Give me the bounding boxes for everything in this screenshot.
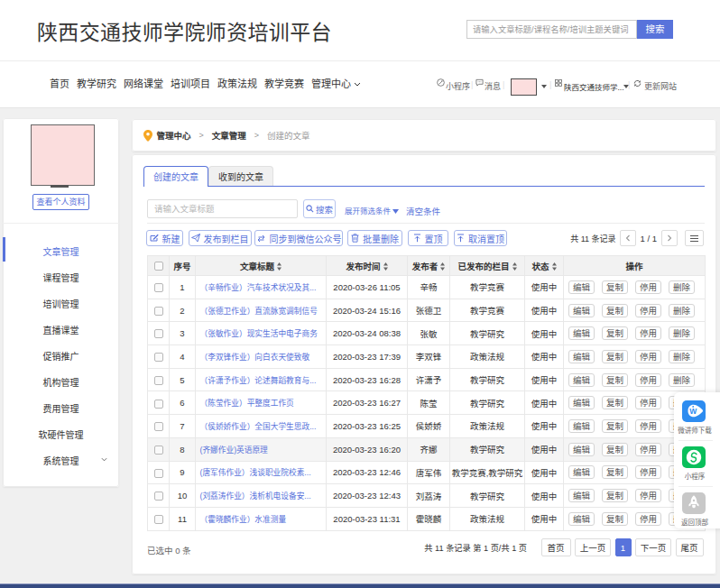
svg-text:W: W xyxy=(689,407,697,416)
